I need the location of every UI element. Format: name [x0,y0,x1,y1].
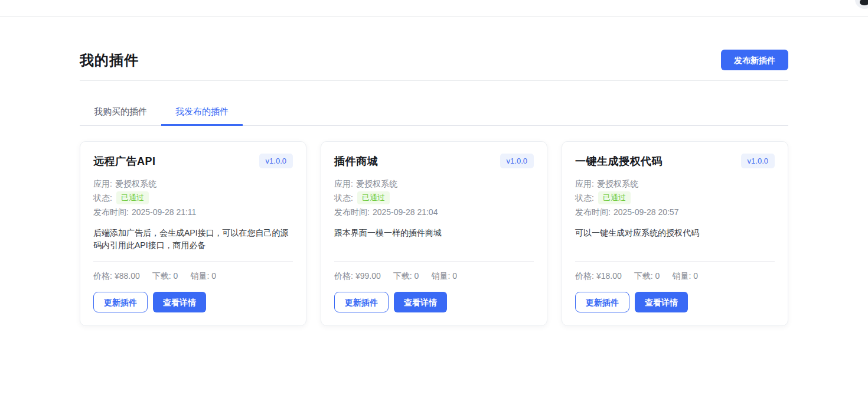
app-value: 爱授权系统 [597,177,638,191]
card-header: 一键生成授权代码 v1.0.0 [575,154,775,168]
price-value: ¥88.00 [115,271,140,281]
card-actions: 更新插件 查看详情 [334,292,534,312]
sales-label: 销量: [190,271,209,281]
stat-sales: 销量:0 [672,271,698,282]
plugin-card-grid: 远程广告API v1.0.0 应用: 爱授权系统 状态: 已通过 发布时间: 2… [80,141,788,373]
status-badge: 已通过 [598,191,631,204]
version-badge: v1.0.0 [741,154,775,168]
meta-status: 状态: 已通过 [575,191,775,205]
view-details-button[interactable]: 查看详情 [153,292,206,312]
status-label: 状态: [93,191,112,205]
stat-price: 价格:¥88.00 [93,271,140,282]
stat-downloads: 下载:0 [152,271,178,282]
page-header: 我的插件 发布新插件 [80,50,788,70]
status-badge: 已通过 [116,191,149,204]
app-value: 爱授权系统 [115,177,156,191]
status-label: 状态: [334,191,353,205]
publish-time-value: 2025-09-28 20:57 [614,205,679,219]
plugin-description: 后端添加广告后，会生成API接口，可以在您自己的源码内引用此API接口，商用必备 [93,227,293,253]
meta-app: 应用: 爱授权系统 [575,177,775,191]
publish-time-label: 发布时间: [93,205,129,219]
top-bar [0,0,868,17]
stat-price: 价格:¥99.00 [334,271,381,282]
meta-status: 状态: 已通过 [334,191,534,205]
publish-new-plugin-button[interactable]: 发布新插件 [721,50,788,70]
plugin-meta: 应用: 爱授权系统 状态: 已通过 发布时间: 2025-09-28 21:04 [334,177,534,219]
plugin-title: 插件商城 [334,154,378,168]
tab-purchased-plugins[interactable]: 我购买的插件 [80,99,161,125]
stat-sales: 销量:0 [431,271,457,282]
sales-value: 0 [693,271,698,281]
downloads-value: 0 [415,271,419,281]
downloads-value: 0 [655,271,660,281]
sales-value: 0 [452,271,457,281]
card-actions: 更新插件 查看详情 [93,292,293,312]
view-details-button[interactable]: 查看详情 [394,292,447,312]
version-badge: v1.0.0 [500,154,534,168]
app-value: 爱授权系统 [356,177,397,191]
avatar-container [847,0,868,17]
avatar-head-shape [860,0,868,5]
meta-publish-time: 发布时间: 2025-09-28 21:04 [334,205,534,219]
plugin-card: 远程广告API v1.0.0 应用: 爱授权系统 状态: 已通过 发布时间: 2… [80,141,306,326]
sales-label: 销量: [431,271,450,281]
update-plugin-button[interactable]: 更新插件 [575,292,629,312]
downloads-label: 下载: [393,271,412,281]
update-plugin-button[interactable]: 更新插件 [334,292,389,312]
plugin-meta: 应用: 爱授权系统 状态: 已通过 发布时间: 2025-09-28 20:57 [575,177,775,219]
plugin-title: 远程广告API [93,154,156,168]
plugin-stats: 价格:¥18.00 下载:0 销量:0 [575,271,775,282]
app-label: 应用: [334,177,353,191]
status-label: 状态: [575,191,594,205]
page-title: 我的插件 [80,51,139,70]
plugin-description: 跟本界面一模一样的插件商城 [334,227,534,253]
stat-downloads: 下载:0 [393,271,419,282]
plugin-stats: 价格:¥99.00 下载:0 销量:0 [334,271,534,282]
price-value: ¥18.00 [596,271,622,281]
plugin-meta: 应用: 爱授权系统 状态: 已通过 发布时间: 2025-09-28 21:11 [93,177,293,219]
card-header: 插件商城 v1.0.0 [334,154,534,168]
sales-value: 0 [211,271,216,281]
stat-downloads: 下载:0 [634,271,660,282]
card-divider [334,261,534,262]
downloads-value: 0 [174,271,178,281]
price-label: 价格: [334,271,353,281]
plugin-description: 可以一键生成对应系统的授权代码 [575,227,775,253]
app-label: 应用: [575,177,594,191]
stat-price: 价格:¥18.00 [575,271,622,282]
tab-published-plugins[interactable]: 我发布的插件 [161,99,243,126]
price-value: ¥99.00 [355,271,381,281]
sales-label: 销量: [672,271,691,281]
status-badge: 已通过 [357,191,390,204]
app-label: 应用: [93,177,112,191]
meta-app: 应用: 爱授权系统 [334,177,534,191]
downloads-label: 下载: [634,271,653,281]
main-content: 我的插件 发布新插件 我购买的插件 我发布的插件 远程广告API v1.0.0 … [80,50,788,373]
meta-publish-time: 发布时间: 2025-09-28 20:57 [575,205,775,219]
price-label: 价格: [93,271,112,281]
meta-publish-time: 发布时间: 2025-09-28 21:11 [93,205,293,219]
publish-time-label: 发布时间: [334,205,370,219]
plugin-stats: 价格:¥88.00 下载:0 销量:0 [93,271,293,282]
update-plugin-button[interactable]: 更新插件 [93,292,148,312]
plugin-card: 插件商城 v1.0.0 应用: 爱授权系统 状态: 已通过 发布时间: 2025… [321,141,547,326]
plugin-card: 一键生成授权代码 v1.0.0 应用: 爱授权系统 状态: 已通过 发布时间: … [562,141,788,326]
plugin-title: 一键生成授权代码 [575,154,663,168]
meta-status: 状态: 已通过 [93,191,293,205]
title-divider [80,80,788,81]
version-badge: v1.0.0 [259,154,293,168]
card-divider [93,261,293,262]
card-actions: 更新插件 查看详情 [575,292,775,312]
downloads-label: 下载: [152,271,171,281]
card-divider [575,261,775,262]
card-header: 远程广告API v1.0.0 [93,154,293,168]
view-details-button[interactable]: 查看详情 [635,292,688,312]
publish-time-value: 2025-09-28 21:04 [373,205,438,219]
meta-app: 应用: 爱授权系统 [93,177,293,191]
tabs-bar: 我购买的插件 我发布的插件 [80,99,788,126]
user-avatar-icon[interactable] [855,0,868,9]
publish-time-value: 2025-09-28 21:11 [132,205,197,219]
stat-sales: 销量:0 [190,271,216,282]
publish-time-label: 发布时间: [575,205,611,219]
price-label: 价格: [575,271,594,281]
